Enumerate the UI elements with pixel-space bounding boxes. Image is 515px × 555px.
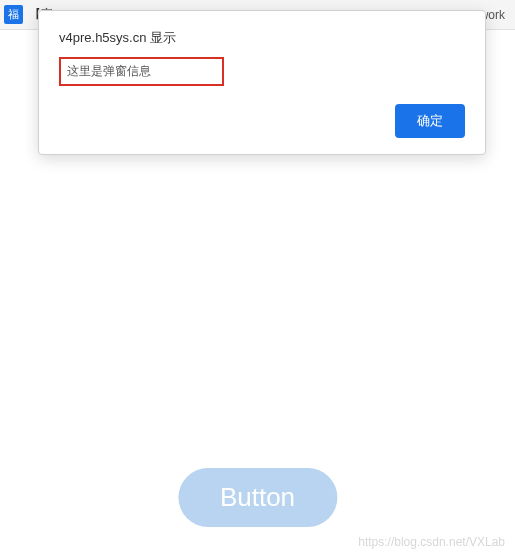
top-bar-badge: 福 [4, 5, 23, 24]
ok-button[interactable]: 确定 [395, 104, 465, 138]
dialog-message: 这里是弹窗信息 [67, 63, 216, 80]
watermark-text: https://blog.csdn.net/VXLab [358, 535, 505, 549]
dialog-message-highlight: 这里是弹窗信息 [59, 57, 224, 86]
main-button[interactable]: Button [178, 468, 337, 527]
alert-dialog: v4pre.h5sys.cn 显示 这里是弹窗信息 确定 [38, 10, 486, 155]
dialog-actions: 确定 [59, 104, 465, 138]
dialog-title: v4pre.h5sys.cn 显示 [59, 29, 465, 47]
